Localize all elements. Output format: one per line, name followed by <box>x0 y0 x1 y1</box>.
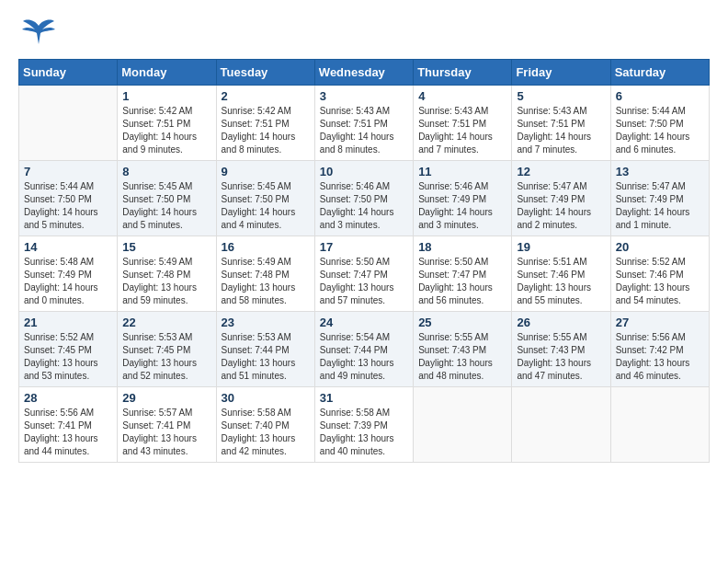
day-info: Sunrise: 5:46 AMSunset: 7:50 PMDaylight:… <box>320 180 408 232</box>
day-number: 14 <box>24 240 112 254</box>
day-number: 12 <box>517 165 605 178</box>
day-number: 25 <box>418 316 506 329</box>
calendar-week-row: 14Sunrise: 5:48 AMSunset: 7:49 PMDayligh… <box>19 236 710 312</box>
calendar-cell <box>610 387 709 463</box>
calendar-cell: 4Sunrise: 5:43 AMSunset: 7:51 PMDaylight… <box>414 86 512 161</box>
logo <box>18 18 55 50</box>
calendar-week-row: 7Sunrise: 5:44 AMSunset: 7:50 PMDaylight… <box>19 161 710 236</box>
day-number: 15 <box>122 240 210 254</box>
calendar-week-row: 28Sunrise: 5:56 AMSunset: 7:41 PMDayligh… <box>19 387 710 463</box>
calendar-cell: 30Sunrise: 5:58 AMSunset: 7:40 PMDayligh… <box>216 387 314 463</box>
day-info: Sunrise: 5:58 AMSunset: 7:40 PMDaylight:… <box>222 407 310 458</box>
calendar-cell: 25Sunrise: 5:55 AMSunset: 7:43 PMDayligh… <box>414 312 512 387</box>
col-wednesday: Wednesday <box>314 60 413 86</box>
day-number: 23 <box>222 316 310 329</box>
calendar-cell: 27Sunrise: 5:56 AMSunset: 7:42 PMDayligh… <box>610 312 709 387</box>
day-info: Sunrise: 5:42 AMSunset: 7:51 PMDaylight:… <box>222 105 310 156</box>
col-sunday: Sunday <box>19 60 118 86</box>
day-info: Sunrise: 5:54 AMSunset: 7:44 PMDaylight:… <box>320 331 408 383</box>
day-number: 22 <box>122 316 210 329</box>
day-info: Sunrise: 5:53 AMSunset: 7:45 PMDaylight:… <box>122 331 210 383</box>
day-number: 7 <box>24 165 112 178</box>
calendar-cell: 23Sunrise: 5:53 AMSunset: 7:44 PMDayligh… <box>216 312 314 387</box>
calendar-cell: 22Sunrise: 5:53 AMSunset: 7:45 PMDayligh… <box>118 312 216 387</box>
day-info: Sunrise: 5:43 AMSunset: 7:51 PMDaylight:… <box>517 105 605 156</box>
day-info: Sunrise: 5:55 AMSunset: 7:43 PMDaylight:… <box>418 331 506 383</box>
day-info: Sunrise: 5:51 AMSunset: 7:46 PMDaylight:… <box>517 256 605 307</box>
calendar-cell: 17Sunrise: 5:50 AMSunset: 7:47 PMDayligh… <box>314 236 413 312</box>
calendar-cell: 11Sunrise: 5:46 AMSunset: 7:49 PMDayligh… <box>414 161 512 236</box>
day-info: Sunrise: 5:56 AMSunset: 7:41 PMDaylight:… <box>24 407 112 458</box>
calendar-cell: 15Sunrise: 5:49 AMSunset: 7:48 PMDayligh… <box>118 236 216 312</box>
col-thursday: Thursday <box>414 60 512 86</box>
day-info: Sunrise: 5:52 AMSunset: 7:46 PMDaylight:… <box>616 256 704 307</box>
day-number: 16 <box>222 240 310 254</box>
day-info: Sunrise: 5:52 AMSunset: 7:45 PMDaylight:… <box>24 331 112 383</box>
calendar-cell: 2Sunrise: 5:42 AMSunset: 7:51 PMDaylight… <box>216 86 314 161</box>
calendar-cell: 20Sunrise: 5:52 AMSunset: 7:46 PMDayligh… <box>610 236 709 312</box>
calendar-cell: 18Sunrise: 5:50 AMSunset: 7:47 PMDayligh… <box>414 236 512 312</box>
day-info: Sunrise: 5:48 AMSunset: 7:49 PMDaylight:… <box>24 256 112 307</box>
calendar-cell: 9Sunrise: 5:45 AMSunset: 7:50 PMDaylight… <box>216 161 314 236</box>
day-number: 1 <box>122 89 210 103</box>
calendar-cell: 12Sunrise: 5:47 AMSunset: 7:49 PMDayligh… <box>512 161 610 236</box>
day-number: 5 <box>517 89 605 103</box>
day-number: 2 <box>222 89 310 103</box>
col-saturday: Saturday <box>610 60 709 86</box>
calendar-cell: 29Sunrise: 5:57 AMSunset: 7:41 PMDayligh… <box>118 387 216 463</box>
calendar-cell: 28Sunrise: 5:56 AMSunset: 7:41 PMDayligh… <box>19 387 118 463</box>
day-number: 17 <box>320 240 408 254</box>
col-tuesday: Tuesday <box>216 60 314 86</box>
col-friday: Friday <box>512 60 610 86</box>
day-number: 24 <box>320 316 408 329</box>
calendar-cell: 14Sunrise: 5:48 AMSunset: 7:49 PMDayligh… <box>19 236 118 312</box>
day-info: Sunrise: 5:50 AMSunset: 7:47 PMDaylight:… <box>418 256 506 307</box>
day-number: 30 <box>222 391 310 405</box>
day-number: 26 <box>517 316 605 329</box>
calendar-cell: 26Sunrise: 5:55 AMSunset: 7:43 PMDayligh… <box>512 312 610 387</box>
calendar-cell: 5Sunrise: 5:43 AMSunset: 7:51 PMDaylight… <box>512 86 610 161</box>
day-info: Sunrise: 5:45 AMSunset: 7:50 PMDaylight:… <box>122 180 210 232</box>
calendar-cell: 21Sunrise: 5:52 AMSunset: 7:45 PMDayligh… <box>19 312 118 387</box>
calendar-cell: 10Sunrise: 5:46 AMSunset: 7:50 PMDayligh… <box>314 161 413 236</box>
day-number: 8 <box>122 165 210 178</box>
day-info: Sunrise: 5:50 AMSunset: 7:47 PMDaylight:… <box>320 256 408 307</box>
logo-bird-icon <box>22 18 55 50</box>
day-number: 11 <box>418 165 506 178</box>
col-monday: Monday <box>118 60 216 86</box>
calendar-cell: 19Sunrise: 5:51 AMSunset: 7:46 PMDayligh… <box>512 236 610 312</box>
calendar-cell: 1Sunrise: 5:42 AMSunset: 7:51 PMDaylight… <box>118 86 216 161</box>
day-info: Sunrise: 5:49 AMSunset: 7:48 PMDaylight:… <box>222 256 310 307</box>
day-info: Sunrise: 5:53 AMSunset: 7:44 PMDaylight:… <box>222 331 310 383</box>
day-info: Sunrise: 5:47 AMSunset: 7:49 PMDaylight:… <box>616 180 704 232</box>
day-number: 10 <box>320 165 408 178</box>
day-info: Sunrise: 5:44 AMSunset: 7:50 PMDaylight:… <box>616 105 704 156</box>
calendar-week-row: 1Sunrise: 5:42 AMSunset: 7:51 PMDaylight… <box>19 86 710 161</box>
day-info: Sunrise: 5:55 AMSunset: 7:43 PMDaylight:… <box>517 331 605 383</box>
calendar-week-row: 21Sunrise: 5:52 AMSunset: 7:45 PMDayligh… <box>19 312 710 387</box>
day-info: Sunrise: 5:45 AMSunset: 7:50 PMDaylight:… <box>222 180 310 232</box>
page-header <box>18 18 710 50</box>
calendar-cell <box>512 387 610 463</box>
day-info: Sunrise: 5:47 AMSunset: 7:49 PMDaylight:… <box>517 180 605 232</box>
calendar-header-row: Sunday Monday Tuesday Wednesday Thursday… <box>19 60 710 86</box>
calendar-cell: 31Sunrise: 5:58 AMSunset: 7:39 PMDayligh… <box>314 387 413 463</box>
day-number: 27 <box>616 316 704 329</box>
calendar-cell: 3Sunrise: 5:43 AMSunset: 7:51 PMDaylight… <box>314 86 413 161</box>
day-number: 18 <box>418 240 506 254</box>
day-number: 13 <box>616 165 704 178</box>
day-info: Sunrise: 5:49 AMSunset: 7:48 PMDaylight:… <box>122 256 210 307</box>
day-number: 3 <box>320 89 408 103</box>
day-number: 6 <box>616 89 704 103</box>
day-info: Sunrise: 5:44 AMSunset: 7:50 PMDaylight:… <box>24 180 112 232</box>
day-number: 28 <box>24 391 112 405</box>
calendar-cell: 24Sunrise: 5:54 AMSunset: 7:44 PMDayligh… <box>314 312 413 387</box>
day-number: 20 <box>616 240 704 254</box>
day-info: Sunrise: 5:58 AMSunset: 7:39 PMDaylight:… <box>320 407 408 458</box>
calendar-cell: 6Sunrise: 5:44 AMSunset: 7:50 PMDaylight… <box>610 86 709 161</box>
day-info: Sunrise: 5:43 AMSunset: 7:51 PMDaylight:… <box>320 105 408 156</box>
day-number: 29 <box>122 391 210 405</box>
day-info: Sunrise: 5:42 AMSunset: 7:51 PMDaylight:… <box>122 105 210 156</box>
day-number: 31 <box>320 391 408 405</box>
calendar-cell: 16Sunrise: 5:49 AMSunset: 7:48 PMDayligh… <box>216 236 314 312</box>
